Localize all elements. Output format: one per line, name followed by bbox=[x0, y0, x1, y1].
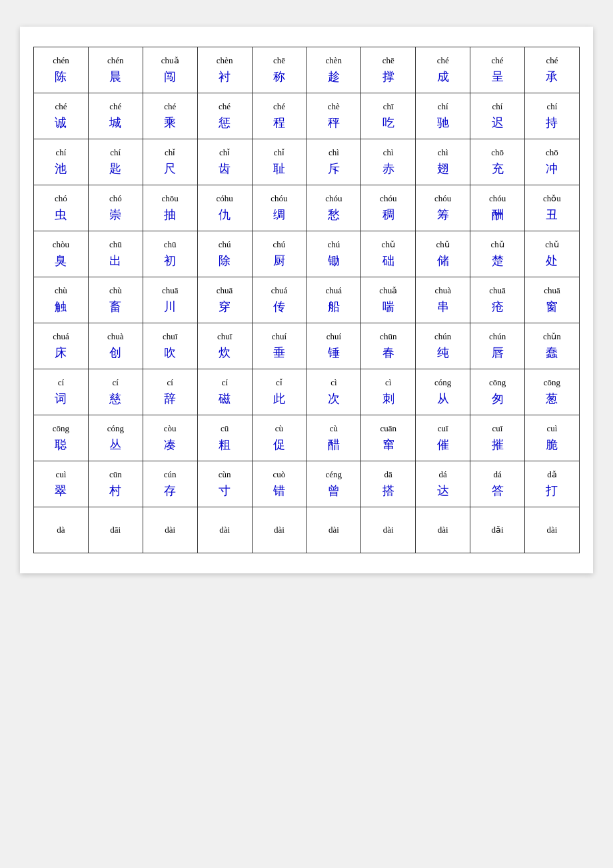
pinyin-text: chuā bbox=[489, 285, 506, 297]
hanzi-text: 醋 bbox=[328, 437, 340, 453]
table-cell: cì次 bbox=[306, 369, 361, 415]
pinyin-text: cuò bbox=[273, 469, 286, 481]
table-cell: còu凑 bbox=[143, 415, 197, 461]
table-cell: cuì脆 bbox=[524, 415, 579, 461]
pinyin-text: chóu bbox=[271, 193, 287, 205]
table-cell: chú锄 bbox=[306, 231, 361, 277]
pinyin-text: chù bbox=[109, 285, 122, 297]
pinyin-text: chē bbox=[382, 55, 394, 67]
hanzi-text: 错 bbox=[273, 483, 285, 499]
table-cell: cōng葱 bbox=[524, 369, 579, 415]
hanzi-text: 辞 bbox=[164, 391, 176, 407]
pinyin-text: chuí bbox=[272, 331, 287, 343]
pinyin-text: cōng bbox=[489, 377, 506, 389]
hanzi-text: 吃 bbox=[382, 115, 394, 131]
table-cell: chuá床 bbox=[34, 323, 89, 369]
hanzi-text: 窗 bbox=[546, 299, 558, 315]
table-cell: chuā穿 bbox=[197, 277, 252, 323]
table-cell: ché承 bbox=[524, 47, 579, 93]
table-cell: ché呈 bbox=[470, 47, 525, 93]
pinyin-text: ché bbox=[437, 55, 449, 67]
hanzi-text: 垂 bbox=[273, 345, 285, 361]
hanzi-text: 除 bbox=[219, 253, 231, 269]
pinyin-text: chuà bbox=[107, 331, 124, 343]
table-cell: chóu绸 bbox=[252, 185, 306, 231]
pinyin-text: chú bbox=[219, 239, 231, 251]
hanzi-text: 稠 bbox=[382, 207, 394, 223]
table-cell: cuī摧 bbox=[470, 415, 525, 461]
table-cell: chí匙 bbox=[88, 139, 143, 185]
pinyin-text: chō bbox=[491, 147, 504, 159]
hanzi-text: 础 bbox=[382, 253, 394, 269]
table-cell: chuá船 bbox=[306, 277, 361, 323]
pinyin-text: dài bbox=[328, 524, 339, 536]
pinyin-text: ché bbox=[55, 101, 67, 113]
pinyin-text: chuá bbox=[326, 285, 342, 297]
pinyin-text: dá bbox=[493, 469, 501, 481]
table-cell: ché程 bbox=[252, 93, 306, 139]
pinyin-text: dǎi bbox=[491, 524, 503, 536]
pinyin-text: chèn bbox=[326, 55, 342, 67]
table-cell: chuī炊 bbox=[197, 323, 252, 369]
hanzi-text: 抽 bbox=[164, 207, 176, 223]
table-cell: chuī吹 bbox=[143, 323, 197, 369]
hanzi-text: 凑 bbox=[164, 437, 176, 453]
pinyin-text: chóu bbox=[325, 193, 342, 205]
hanzi-text: 创 bbox=[109, 345, 121, 361]
hanzi-text: 次 bbox=[328, 391, 340, 407]
table-cell: cǐ此 bbox=[252, 369, 306, 415]
table-cell: ché城 bbox=[88, 93, 143, 139]
pinyin-text: chén bbox=[53, 55, 69, 67]
hanzi-text: 趁 bbox=[328, 69, 340, 85]
pinyin-text: chuá bbox=[53, 331, 69, 343]
hanzi-text: 程 bbox=[273, 115, 285, 131]
hanzi-text: 持 bbox=[546, 115, 558, 131]
pinyin-text: chuī bbox=[217, 331, 232, 343]
table-cell: chó虫 bbox=[34, 185, 89, 231]
table-cell: chí池 bbox=[34, 139, 89, 185]
pinyin-text: chù bbox=[55, 285, 67, 297]
pinyin-text: chóu bbox=[380, 193, 396, 205]
pinyin-text: chú bbox=[273, 239, 286, 251]
hanzi-text: 打 bbox=[546, 483, 558, 499]
table-cell: cūn村 bbox=[88, 461, 143, 507]
pinyin-text: céng bbox=[326, 469, 342, 481]
pinyin-text: chō bbox=[546, 147, 558, 159]
hanzi-text: 齿 bbox=[219, 161, 231, 177]
hanzi-text: 穿 bbox=[219, 299, 231, 315]
hanzi-text: 喘 bbox=[382, 299, 394, 315]
table-cell: chì斥 bbox=[306, 139, 361, 185]
table-cell: chū出 bbox=[88, 231, 143, 277]
hanzi-text: 传 bbox=[273, 299, 285, 315]
hanzi-text: 葱 bbox=[546, 391, 558, 407]
hanzi-text: 春 bbox=[382, 345, 394, 361]
table-cell: ché成 bbox=[416, 47, 470, 93]
table-cell: chūn春 bbox=[361, 323, 416, 369]
hanzi-text: 耻 bbox=[273, 161, 285, 177]
table-cell: chǔ储 bbox=[416, 231, 470, 277]
table-cell: chè秤 bbox=[306, 93, 361, 139]
hanzi-text: 城 bbox=[109, 115, 121, 131]
table-cell: cū粗 bbox=[197, 415, 252, 461]
pinyin-text: cì bbox=[385, 377, 391, 389]
hanzi-text: 厨 bbox=[273, 253, 285, 269]
pinyin-text: chì bbox=[438, 147, 448, 159]
hanzi-text: 匙 bbox=[109, 161, 121, 177]
hanzi-text: 储 bbox=[437, 253, 449, 269]
table-cell: chuā疮 bbox=[470, 277, 525, 323]
pinyin-text: cù bbox=[330, 423, 338, 435]
pinyin-text: cū bbox=[221, 423, 229, 435]
table-cell: chuǎ闯 bbox=[143, 47, 197, 93]
table-cell: chèn趁 bbox=[306, 47, 361, 93]
table-cell: chǔn蠢 bbox=[524, 323, 579, 369]
table-cell: chǔ处 bbox=[524, 231, 579, 277]
table-cell: chē撑 bbox=[361, 47, 416, 93]
hanzi-text: 疮 bbox=[492, 299, 504, 315]
hanzi-text: 曾 bbox=[328, 483, 340, 499]
pinyin-text: cí bbox=[167, 377, 173, 389]
table-cell: dài bbox=[197, 507, 252, 553]
hanzi-text: 粗 bbox=[219, 437, 231, 453]
pinyin-text: chí bbox=[547, 101, 558, 113]
pinyin-text: chǔ bbox=[436, 239, 450, 251]
pinyin-text: cún bbox=[164, 469, 177, 481]
